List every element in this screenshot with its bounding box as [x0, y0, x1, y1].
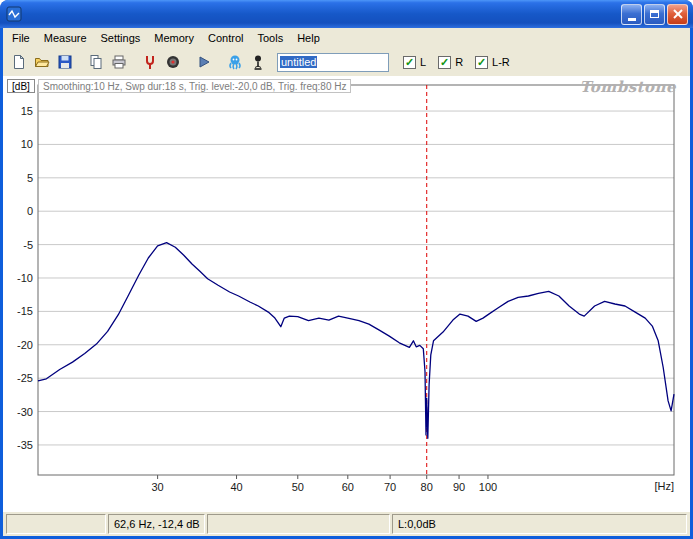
checkbox-l[interactable]: ✓L — [403, 56, 426, 69]
status-bar: 62,6 Hz, -12,4 dBL:0,0dB — [3, 512, 690, 536]
y-tick-label: -20 — [17, 339, 33, 351]
x-tick-label: 50 — [292, 481, 304, 493]
save-floppy-icon — [57, 54, 73, 70]
toolbar: untitled ✓L✓R✓L-R — [3, 48, 690, 76]
y-tick-label: -25 — [17, 372, 33, 384]
chart-panel: 151050-5-10-15-20-25-30-3530405060708090… — [3, 76, 690, 512]
title-bar[interactable] — [0, 0, 693, 28]
save-button[interactable] — [53, 51, 76, 74]
checkbox-label: L — [420, 56, 426, 68]
client-area: FileMeasureSettingsMemoryControlToolsHel… — [3, 28, 690, 536]
copy-icon — [88, 54, 104, 70]
maximize-icon — [650, 10, 659, 18]
octopus-icon — [227, 54, 243, 70]
status-panel-2 — [207, 514, 390, 534]
open-folder-icon — [34, 54, 50, 70]
checkbox-r[interactable]: ✓R — [438, 56, 463, 69]
checkbox-l-r[interactable]: ✓L-R — [475, 56, 510, 69]
y-tick-label: 15 — [21, 105, 33, 117]
start-measure-button[interactable] — [192, 51, 215, 74]
plot-svg: 151050-5-10-15-20-25-30-3530405060708090… — [3, 76, 690, 512]
minimize-button[interactable] — [621, 4, 642, 25]
y-unit-label: [dB] — [7, 79, 35, 93]
menu-bar: FileMeasureSettingsMemoryControlToolsHel… — [3, 28, 690, 48]
response-curve — [38, 243, 674, 439]
app-icon — [6, 6, 22, 22]
y-tick-label: 5 — [27, 172, 33, 184]
status-panel-0 — [6, 514, 106, 534]
y-tick-label: -30 — [17, 406, 33, 418]
status-panel-3: L:0,0dB — [392, 514, 687, 534]
x-tick-label: 90 — [453, 481, 465, 493]
print-button[interactable] — [107, 51, 130, 74]
x-tick-label: 80 — [421, 481, 433, 493]
microphone-button[interactable] — [246, 51, 269, 74]
microphone-icon — [250, 54, 266, 70]
filename-input[interactable]: untitled — [277, 53, 389, 72]
close-button[interactable] — [667, 4, 688, 25]
trigger-button[interactable] — [161, 51, 184, 74]
menu-item-settings[interactable]: Settings — [94, 30, 148, 46]
menu-item-control[interactable]: Control — [201, 30, 250, 46]
y-tick-label: 0 — [27, 205, 33, 217]
copy-button[interactable] — [84, 51, 107, 74]
menu-item-help[interactable]: Help — [290, 30, 327, 46]
x-tick-label: 30 — [151, 481, 163, 493]
filename-value: untitled — [280, 56, 317, 68]
printer-icon — [111, 54, 127, 70]
menu-item-measure[interactable]: Measure — [37, 30, 94, 46]
menu-item-memory[interactable]: Memory — [147, 30, 201, 46]
maximize-button[interactable] — [644, 4, 665, 25]
checkbox-box: ✓ — [403, 56, 416, 69]
generator-button[interactable] — [138, 51, 161, 74]
plot-frame — [38, 85, 674, 475]
x-tick-label: 100 — [479, 481, 497, 493]
y-tick-label: -15 — [17, 305, 33, 317]
minimize-icon — [628, 18, 636, 21]
play-icon — [196, 54, 212, 70]
open-button[interactable] — [30, 51, 53, 74]
menu-item-tools[interactable]: Tools — [250, 30, 290, 46]
status-panel-1: 62,6 Hz, -12,4 dB — [108, 514, 205, 534]
checkbox-box: ✓ — [475, 56, 488, 69]
y-tick-label: -35 — [17, 439, 33, 451]
octopus-button[interactable] — [223, 51, 246, 74]
window-controls — [621, 4, 688, 25]
new-button[interactable] — [7, 51, 30, 74]
close-icon — [673, 9, 683, 19]
watermark: Tombstone — [580, 78, 676, 96]
channel-checkboxes: ✓L✓R✓L-R — [403, 56, 510, 69]
new-document-icon — [11, 54, 27, 70]
x-tick-label: 40 — [230, 481, 242, 493]
y-tick-label: -10 — [17, 272, 33, 284]
x-unit-label: [Hz] — [654, 480, 674, 492]
y-tick-label: 10 — [21, 138, 33, 150]
measurement-info: Smoothing:10 Hz, Swp dur:18 s, Trig. lev… — [38, 79, 351, 93]
y-tick-label: -5 — [23, 239, 33, 251]
x-tick-label: 60 — [342, 481, 354, 493]
x-tick-label: 70 — [384, 481, 396, 493]
checkbox-label: L-R — [492, 56, 510, 68]
app-window: FileMeasureSettingsMemoryControlToolsHel… — [0, 0, 693, 539]
checkbox-label: R — [455, 56, 463, 68]
tuning-fork-icon — [142, 54, 158, 70]
checkbox-box: ✓ — [438, 56, 451, 69]
menu-item-file[interactable]: File — [5, 30, 37, 46]
target-icon — [165, 54, 181, 70]
